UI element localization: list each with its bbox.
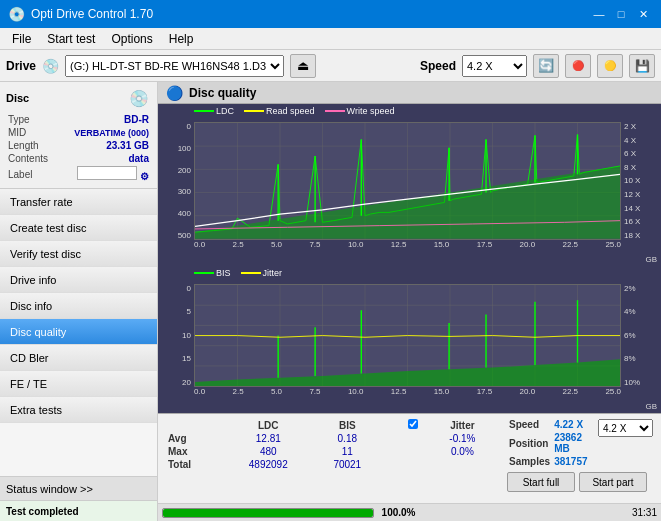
speed-select[interactable]: 4.2 X [462, 55, 527, 77]
total-jitter [430, 458, 495, 471]
speed-key: Speed [507, 418, 552, 431]
chart1-y-labels-right: 18 X16 X14 X12 X10 X8 X6 X4 X2 X [621, 122, 661, 240]
legend-ldc-label: LDC [216, 106, 234, 116]
sidebar-item-transfer-rate[interactable]: Transfer rate [0, 189, 157, 215]
col-ldc-header: LDC [223, 418, 313, 432]
close-button[interactable]: ✕ [633, 4, 653, 24]
disc-info-panel: Disc 💿 Type BD-R MID VERBATIMe (000) Len… [0, 82, 157, 189]
app-title: Opti Drive Control 1.70 [31, 7, 589, 21]
progress-bar-outer [162, 508, 374, 518]
stats-row-max: Max 480 11 0.0% [164, 445, 495, 458]
speed-value: 4.22 X [552, 418, 594, 431]
window-controls: — □ ✕ [589, 4, 653, 24]
progress-percent: 100.0% [380, 507, 416, 518]
chart1-svg [195, 123, 620, 239]
sidebar-item-disc-quality[interactable]: Disc quality [0, 319, 157, 345]
col-jitter-header: Jitter [430, 418, 495, 432]
mid-value: VERBATIMe (000) [62, 127, 149, 138]
type-value: BD-R [62, 114, 149, 125]
stats-table: LDC BIS Jitter Avg 12.81 [164, 418, 495, 471]
chart1-container: LDC Read speed Write speed 5004003002001… [158, 104, 661, 266]
total-label: Total [164, 458, 223, 471]
maximize-button[interactable]: □ [611, 4, 631, 24]
drive-select[interactable]: (G:) HL-DT-ST BD-RE WH16NS48 1.D3 [65, 55, 284, 77]
col-label-header [164, 418, 223, 432]
start-part-button[interactable]: Start part [579, 472, 647, 492]
menu-start-test[interactable]: Start test [39, 30, 103, 48]
avg-label: Avg [164, 432, 223, 445]
start-full-button[interactable]: Start full [507, 472, 575, 492]
sidebar-item-fe-te[interactable]: FE / TE [0, 371, 157, 397]
position-value: 23862 MB [552, 431, 594, 455]
stats-right: Speed 4.22 X 4.2 X Position 23862 MB [501, 414, 661, 503]
progress-area: 100.0% 31:31 [158, 503, 661, 521]
sidebar-label-disc-info: Disc info [10, 300, 52, 312]
refresh-button[interactable]: 🔄 [533, 54, 559, 78]
sidebar-item-drive-info[interactable]: Drive info [0, 267, 157, 293]
titlebar: 💿 Opti Drive Control 1.70 — □ ✕ [0, 0, 661, 28]
col-bis-header: BIS [313, 418, 381, 432]
content-area: 🔵 Disc quality LDC Read speed [158, 82, 661, 521]
chart1-y-labels: 5004003002001000 [158, 122, 194, 240]
label-label: Label [8, 166, 60, 182]
chart2-container: BIS Jitter 20151050 10%8%6%4%2% [158, 266, 661, 413]
drivebar: Drive 💿 (G:) HL-DT-ST BD-RE WH16NS48 1.D… [0, 50, 661, 82]
legend-jitter-label: Jitter [263, 268, 283, 278]
main-area: Disc 💿 Type BD-R MID VERBATIMe (000) Len… [0, 82, 661, 521]
content-icon: 🔵 [166, 85, 183, 101]
menu-options[interactable]: Options [103, 30, 160, 48]
legend-write-speed-label: Write speed [347, 106, 395, 116]
save-button[interactable]: 💾 [629, 54, 655, 78]
avg-bis: 0.18 [313, 432, 381, 445]
length-value: 23.31 GB [62, 140, 149, 151]
jitter-checkbox[interactable] [408, 419, 418, 429]
color-button2[interactable]: 🟡 [597, 54, 623, 78]
chart1-x-unit: GB [645, 255, 657, 264]
chart1-legend: LDC Read speed Write speed [194, 106, 394, 116]
col-jitter-checkbox-header [395, 418, 429, 432]
menubar: File Start test Options Help [0, 28, 661, 50]
progress-time: 31:31 [625, 507, 657, 518]
sidebar-label-drive-info: Drive info [10, 274, 56, 286]
sidebar-item-create-test-disc[interactable]: Create test disc [0, 215, 157, 241]
eject-button[interactable]: ⏏ [290, 54, 316, 78]
menu-help[interactable]: Help [161, 30, 202, 48]
chart2-x-labels: 0.02.55.07.510.012.515.017.520.022.525.0 [194, 387, 621, 411]
label-value: ⚙ [62, 166, 149, 182]
status-window-button[interactable]: Status window >> [0, 477, 157, 501]
sidebar-label-verify-test-disc: Verify test disc [10, 248, 81, 260]
position-key: Position [507, 431, 552, 455]
chart2-y-labels: 20151050 [158, 284, 194, 387]
menu-file[interactable]: File [4, 30, 39, 48]
chart1-inner [194, 122, 621, 240]
chart2-svg [195, 285, 620, 386]
chart2-y-labels-right: 10%8%6%4%2% [621, 284, 661, 387]
sidebar-item-extra-tests[interactable]: Extra tests [0, 397, 157, 423]
avg-jitter: -0.1% [430, 432, 495, 445]
content-header: 🔵 Disc quality [158, 82, 661, 104]
sidebar-item-verify-test-disc[interactable]: Verify test disc [0, 241, 157, 267]
label-icon[interactable]: ⚙ [140, 171, 149, 182]
contents-value: data [62, 153, 149, 164]
sidebar-item-disc-info[interactable]: Disc info [0, 293, 157, 319]
color-button1[interactable]: 🔴 [565, 54, 591, 78]
stats-row-total: Total 4892092 70021 [164, 458, 495, 471]
sidebar-label-extra-tests: Extra tests [10, 404, 62, 416]
drive-label: Drive [6, 59, 36, 73]
mid-label: MID [8, 127, 60, 138]
speed-label: Speed [420, 59, 456, 73]
stats-row-avg: Avg 12.81 0.18 -0.1% [164, 432, 495, 445]
chart2-legend: BIS Jitter [194, 268, 282, 278]
speed-select-stats[interactable]: 4.2 X [598, 419, 653, 437]
disc-icon[interactable]: 💿 [127, 86, 151, 110]
speed-position-table: Speed 4.22 X 4.2 X Position 23862 MB [507, 418, 655, 468]
sidebar-label-create-test-disc: Create test disc [10, 222, 86, 234]
max-bis: 11 [313, 445, 381, 458]
sidebar-item-cd-bler[interactable]: CD Bler [0, 345, 157, 371]
minimize-button[interactable]: — [589, 4, 609, 24]
status-window-label: Status window >> [6, 483, 93, 495]
contents-label: Contents [8, 153, 60, 164]
total-bis: 70021 [313, 458, 381, 471]
sidebar-status: Status window >> Test completed [0, 476, 157, 521]
avg-ldc: 12.81 [223, 432, 313, 445]
